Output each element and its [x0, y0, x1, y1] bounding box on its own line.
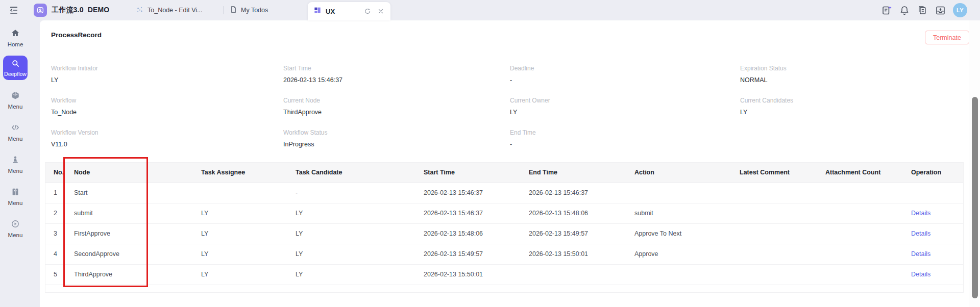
cell-operation: Details	[903, 203, 963, 223]
table-row: 4 SecondApprove LY LY 2026-02-13 15:49:5…	[45, 244, 963, 264]
cell-action	[626, 264, 731, 285]
col-attachment-count: Attachment Count	[817, 163, 903, 183]
bell-icon[interactable]	[899, 5, 910, 16]
copy-docs-icon[interactable]	[917, 5, 928, 16]
cell-attachments	[817, 244, 903, 264]
cell-operation: Details	[903, 244, 963, 264]
app-header: 工作流3.0_DEMO	[34, 4, 109, 17]
col-end-time: End Time	[521, 163, 626, 183]
cell-candidate: -	[287, 183, 415, 203]
cell-node: ThirdApprove	[66, 264, 193, 285]
cell-operation	[903, 183, 963, 203]
sidebar: Home Deepflow Menu Menu	[0, 20, 31, 307]
cell-end	[521, 264, 626, 285]
flow-nodes-icon	[136, 6, 144, 15]
detail-field: Start Time2026-02-13 15:46:37	[283, 63, 510, 95]
page-title: ProcessRecord	[51, 31, 102, 39]
col-start-time: Start Time	[415, 163, 521, 183]
play-circle-icon	[11, 219, 20, 231]
cell-comment	[731, 223, 817, 244]
sidebar-item-menu-1[interactable]: Menu	[1, 91, 30, 109]
new-form-icon[interactable]	[881, 5, 892, 16]
tab-label: My Todos	[241, 7, 268, 14]
home-icon	[11, 29, 20, 40]
detail-field: Expiration StatusNORMAL	[740, 63, 944, 95]
sidebar-item-deepflow[interactable]: Deepflow	[3, 56, 28, 80]
table-header-row: No. Node Task Assignee Task Candidate St…	[45, 163, 963, 183]
cell-start: 2026-02-13 15:46:37	[415, 183, 521, 203]
main-panel: ProcessRecord Terminate Workflow Initiat…	[40, 20, 969, 307]
sidebar-item-label: Menu	[8, 168, 23, 174]
tab-label: To_Node - Edit Vi...	[148, 7, 202, 14]
cell-no: 4	[45, 244, 66, 264]
tab-separator	[223, 6, 224, 14]
cell-assignee: LY	[193, 223, 287, 244]
cell-action: Approve To Next	[626, 223, 731, 244]
tab-ux-active[interactable]: UX	[308, 2, 390, 20]
cell-comment	[731, 264, 817, 285]
tab-my-todos[interactable]: My Todos	[230, 0, 268, 20]
process-details: Workflow InitiatorLY Start Time2026-02-1…	[51, 63, 944, 159]
cell-candidate: LY	[287, 264, 415, 285]
col-no: No.	[45, 163, 66, 183]
cell-action: submit	[626, 203, 731, 223]
col-operation: Operation	[903, 163, 963, 183]
details-link[interactable]: Details	[911, 210, 930, 217]
app-title: 工作流3.0_DEMO	[52, 6, 109, 15]
cell-action	[626, 183, 731, 203]
cell-action: Approve	[626, 244, 731, 264]
detail-field: Current OwnerLY	[510, 95, 740, 127]
terminate-button[interactable]: Terminate	[925, 31, 969, 44]
col-latest-comment: Latest Comment	[731, 163, 817, 183]
cell-operation: Details	[903, 223, 963, 244]
col-task-assignee: Task Assignee	[193, 163, 287, 183]
cell-comment	[731, 244, 817, 264]
cell-node: SecondApprove	[66, 244, 193, 264]
sidebar-item-menu-5[interactable]: Menu	[1, 219, 30, 238]
cell-node: Start	[66, 183, 193, 203]
details-link[interactable]: Details	[911, 271, 930, 278]
col-task-candidate: Task Candidate	[287, 163, 415, 183]
table-row: 1 Start - 2026-02-13 15:46:37 2026-02-13…	[45, 183, 963, 203]
cell-no: 2	[45, 203, 66, 223]
table-footer-strip	[45, 285, 963, 292]
detail-field: Deadline-	[510, 63, 740, 95]
cell-assignee: LY	[193, 244, 287, 264]
detail-field: Workflow VersionV11.0	[51, 127, 283, 159]
cell-comment	[731, 183, 817, 203]
sidebar-item-label: Menu	[8, 232, 23, 238]
tab-label: UX	[326, 8, 335, 15]
kanban-icon	[11, 187, 20, 198]
refresh-icon[interactable]	[363, 7, 372, 16]
detail-field: Workflow InitiatorLY	[51, 63, 283, 95]
sidebar-item-label: Home	[8, 41, 23, 47]
details-link[interactable]: Details	[911, 250, 930, 258]
table-row: 3 FirstApprove LY LY 2026-02-13 15:48:06…	[45, 223, 963, 244]
menu-fold-icon[interactable]	[9, 5, 19, 15]
sidebar-item-menu-3[interactable]: Menu	[1, 155, 30, 173]
cell-start: 2026-02-13 15:48:06	[415, 223, 521, 244]
detail-field: Workflow StatusInProgress	[283, 127, 510, 159]
sidebar-item-label: Menu	[8, 104, 23, 110]
inbox-icon[interactable]	[935, 5, 946, 16]
sidebar-item-label: Deepflow	[4, 71, 27, 77]
close-icon[interactable]	[376, 7, 385, 16]
sidebar-item-home[interactable]: Home	[1, 29, 30, 47]
tab-to-node[interactable]: To_Node - Edit Vi...	[136, 0, 202, 20]
details-link[interactable]: Details	[911, 230, 930, 237]
detail-field: WorkflowTo_Node	[51, 95, 283, 127]
cell-start: 2026-02-13 15:46:37	[415, 203, 521, 223]
scrollbar-thumb[interactable]	[972, 97, 978, 298]
top-bar: 工作流3.0_DEMO To_Node - Edit Vi... My Todo…	[0, 0, 980, 20]
cell-candidate: LY	[287, 203, 415, 223]
cell-assignee	[193, 183, 287, 203]
record-table: No. Node Task Assignee Task Candidate St…	[45, 162, 964, 293]
sidebar-item-menu-4[interactable]: Menu	[1, 187, 30, 206]
cell-assignee: LY	[193, 264, 287, 285]
avatar[interactable]: LY	[953, 3, 967, 17]
sidebar-item-menu-2[interactable]: Menu	[1, 123, 30, 141]
cell-node: FirstApprove	[66, 223, 193, 244]
document-icon	[230, 6, 237, 15]
detail-field: Current CandidatesLY	[740, 95, 944, 127]
cell-operation: Details	[903, 264, 963, 285]
